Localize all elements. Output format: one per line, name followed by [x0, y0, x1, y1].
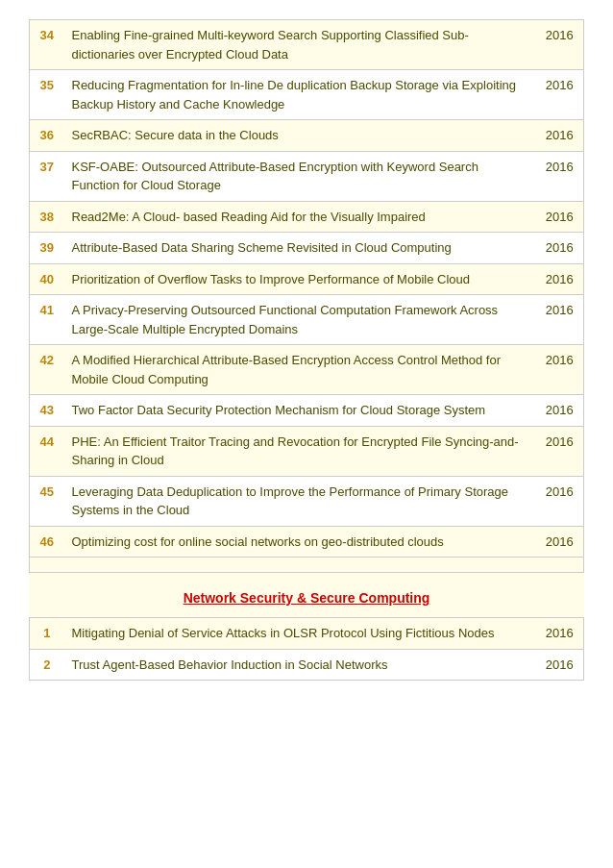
row-title: Leveraging Data Deduplication to Improve… — [64, 476, 536, 526]
table-row: 42A Modified Hierarchical Attribute-Base… — [30, 345, 584, 395]
row-year: 2016 — [536, 120, 584, 152]
table-row: 34Enabling Fine-grained Multi-keyword Se… — [30, 20, 584, 70]
row-number: 36 — [30, 120, 64, 152]
row-year: 2016 — [536, 263, 584, 295]
row-year: 2016 — [536, 649, 584, 681]
row-title: Attribute-Based Data Sharing Scheme Revi… — [64, 233, 536, 264]
row-title: A Modified Hierarchical Attribute-Based … — [64, 345, 536, 395]
table-row: 2Trust Agent-Based Behavior Induction in… — [30, 649, 584, 681]
row-number: 1 — [30, 618, 64, 650]
row-title: A Privacy-Preserving Outsourced Function… — [64, 295, 536, 345]
row-year: 2016 — [536, 618, 584, 650]
row-year: 2016 — [536, 395, 584, 427]
table-row: 41A Privacy-Preserving Outsourced Functi… — [30, 295, 584, 345]
table-row: 46Optimizing cost for online social netw… — [30, 526, 584, 558]
row-title: KSF-OABE: Outsourced Attribute-Based Enc… — [64, 151, 536, 201]
row-number: 39 — [30, 233, 64, 264]
table-row: 40Prioritization of Overflow Tasks to Im… — [30, 263, 584, 295]
row-number: 38 — [30, 201, 64, 233]
row-title: Read2Me: A Cloud- based Reading Aid for … — [64, 201, 536, 233]
section-table: 1Mitigating Denial of Service Attacks in… — [29, 617, 584, 681]
row-title: Trust Agent-Based Behavior Induction in … — [64, 649, 536, 681]
table-row: 35Reducing Fragmentation for In-line De … — [30, 70, 584, 120]
row-number: 2 — [30, 649, 64, 681]
row-title: SecRBAC: Secure data in the Clouds — [64, 120, 536, 152]
row-year: 2016 — [536, 233, 584, 264]
row-number: 40 — [30, 263, 64, 295]
row-year: 2016 — [536, 295, 584, 345]
row-number: 41 — [30, 295, 64, 345]
table-row: 45Leveraging Data Deduplication to Impro… — [30, 476, 584, 526]
section-title-link[interactable]: Network Security & Secure Computing — [184, 590, 430, 606]
table-row: 1Mitigating Denial of Service Attacks in… — [30, 618, 584, 650]
row-number: 44 — [30, 426, 64, 476]
row-title: Optimizing cost for online social networ… — [64, 526, 536, 558]
row-number: 37 — [30, 151, 64, 201]
row-number: 46 — [30, 526, 64, 558]
page: 34Enabling Fine-grained Multi-keyword Se… — [0, 0, 613, 700]
row-title: Reducing Fragmentation for In-line De du… — [64, 70, 536, 120]
section-header: Network Security & Secure Computing — [29, 573, 584, 617]
main-table: 34Enabling Fine-grained Multi-keyword Se… — [29, 19, 584, 573]
table-row: 38Read2Me: A Cloud- based Reading Aid fo… — [30, 201, 584, 233]
row-year: 2016 — [536, 526, 584, 558]
spacer-row — [30, 558, 584, 573]
table-row: 37KSF-OABE: Outsourced Attribute-Based E… — [30, 151, 584, 201]
row-number: 34 — [30, 20, 64, 70]
row-title: PHE: An Efficient Traitor Tracing and Re… — [64, 426, 536, 476]
row-title: Mitigating Denial of Service Attacks in … — [64, 618, 536, 650]
table-row: 39Attribute-Based Data Sharing Scheme Re… — [30, 233, 584, 264]
row-title: Enabling Fine-grained Multi-keyword Sear… — [64, 20, 536, 70]
row-title: Prioritization of Overflow Tasks to Impr… — [64, 263, 536, 295]
table-row: 36SecRBAC: Secure data in the Clouds2016 — [30, 120, 584, 152]
row-year: 2016 — [536, 20, 584, 70]
row-year: 2016 — [536, 151, 584, 201]
table-row: 44PHE: An Efficient Traitor Tracing and … — [30, 426, 584, 476]
row-year: 2016 — [536, 476, 584, 526]
row-number: 43 — [30, 395, 64, 427]
row-number: 45 — [30, 476, 64, 526]
row-title: Two Factor Data Security Protection Mech… — [64, 395, 536, 427]
row-number: 35 — [30, 70, 64, 120]
row-year: 2016 — [536, 426, 584, 476]
table-row: 43Two Factor Data Security Protection Me… — [30, 395, 584, 427]
row-number: 42 — [30, 345, 64, 395]
row-year: 2016 — [536, 345, 584, 395]
row-year: 2016 — [536, 201, 584, 233]
row-year: 2016 — [536, 70, 584, 120]
